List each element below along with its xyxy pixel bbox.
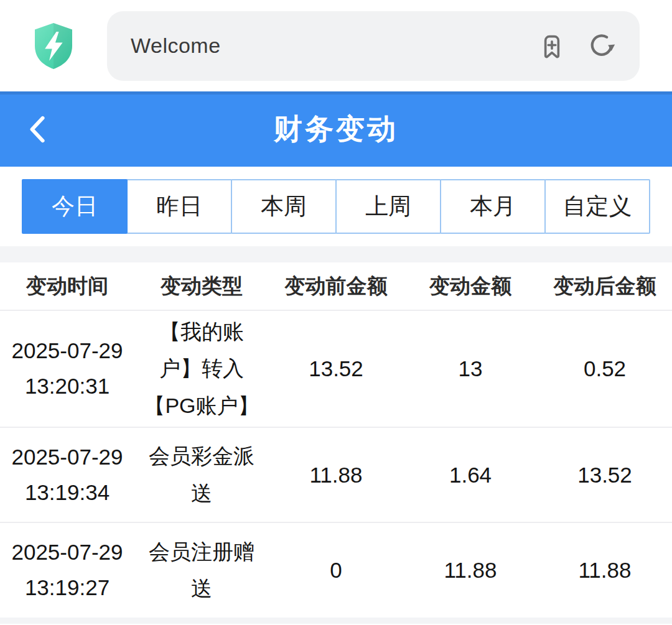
transactions-table: 变动时间 变动类型 变动前金额 变动金额 变动后金额 2025-07-29 13… <box>0 262 672 618</box>
cell-change-time: 2025-07-29 13:19:27 <box>0 535 134 605</box>
cell-amount-after: 13.52 <box>538 463 672 488</box>
change-clock: 13:19:34 <box>0 475 134 511</box>
cell-amount-before: 13.52 <box>269 356 403 381</box>
cell-amount-after: 11.88 <box>538 558 672 583</box>
table-header-row: 变动时间 变动类型 变动前金额 变动金额 变动后金额 <box>0 262 672 311</box>
refresh-icon[interactable] <box>586 31 616 61</box>
screen: Welcome 财务变动 今日 昨日 <box>0 0 672 625</box>
tab-this-month[interactable]: 本月 <box>440 179 546 234</box>
cell-amount-before: 0 <box>269 558 403 583</box>
col-header-change-amount: 变动金额 <box>403 272 538 300</box>
tab-yesterday[interactable]: 昨日 <box>126 179 232 234</box>
tab-this-week[interactable]: 本周 <box>231 179 337 234</box>
tab-custom[interactable]: 自定义 <box>544 179 650 234</box>
cell-change-time: 2025-07-29 13:19:34 <box>0 440 134 510</box>
separator-strip <box>0 246 672 262</box>
change-clock: 13:19:27 <box>0 570 134 606</box>
change-date: 2025-07-29 <box>0 535 134 570</box>
url-bar-text: Welcome <box>131 34 538 58</box>
security-shield-icon[interactable] <box>30 21 77 72</box>
cell-amount-after: 0.52 <box>538 356 672 381</box>
url-bar[interactable]: Welcome <box>107 11 640 81</box>
date-filter-tabs: 今日 昨日 本周 上周 本月 自定义 <box>0 167 672 246</box>
col-header-amount-before: 变动前金额 <box>269 272 403 300</box>
cell-change-type: 【我的账户】转入【PG账户】 <box>134 313 269 425</box>
table-row: 2025-07-29 13:19:27 会员注册赠送 0 11.88 11.88 <box>0 523 672 618</box>
table-row: 2025-07-29 13:20:31 【我的账户】转入【PG账户】 13.52… <box>0 311 672 428</box>
change-date: 2025-07-29 <box>0 440 134 475</box>
cell-change-type: 会员彩金派送 <box>134 438 269 512</box>
back-button[interactable] <box>27 91 46 167</box>
bookmark-add-icon[interactable] <box>538 32 566 60</box>
tab-today[interactable]: 今日 <box>22 179 128 234</box>
table-row: 2025-07-29 13:19:34 会员彩金派送 11.88 1.64 13… <box>0 428 672 523</box>
cell-change-time: 2025-07-29 13:20:31 <box>0 333 134 404</box>
cell-amount-before: 11.88 <box>269 463 403 488</box>
change-clock: 13:20:31 <box>0 369 134 404</box>
col-header-amount-after: 变动后金额 <box>538 272 672 300</box>
tab-last-week[interactable]: 上周 <box>335 179 441 234</box>
cell-change-amount: 1.64 <box>403 463 538 488</box>
change-date: 2025-07-29 <box>0 333 134 369</box>
bottom-separator-strip <box>0 618 672 624</box>
col-header-change-time: 变动时间 <box>0 272 134 300</box>
cell-change-amount: 13 <box>403 356 538 381</box>
col-header-change-type: 变动类型 <box>134 272 269 300</box>
shield-lightning-icon <box>30 21 77 71</box>
page-header: 财务变动 <box>0 91 672 167</box>
browser-toolbar: Welcome <box>0 0 672 91</box>
cell-change-amount: 11.88 <box>403 558 538 583</box>
cell-change-type: 会员注册赠送 <box>134 534 269 608</box>
page-title: 财务变动 <box>0 110 672 149</box>
chevron-left-icon <box>27 113 46 146</box>
